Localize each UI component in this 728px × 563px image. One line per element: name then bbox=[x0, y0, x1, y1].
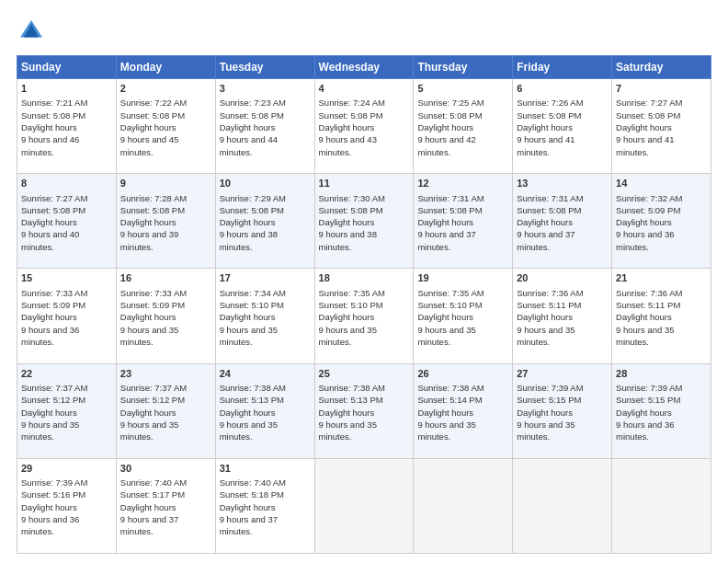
col-header-monday: Monday bbox=[116, 56, 215, 79]
day-number: 23 bbox=[120, 367, 211, 381]
day-number: 4 bbox=[319, 82, 410, 96]
calendar-cell: 10Sunrise: 7:29 AMSunset: 5:08 PMDayligh… bbox=[215, 174, 314, 269]
day-number: 6 bbox=[517, 82, 608, 96]
day-number: 1 bbox=[21, 82, 112, 96]
calendar-cell: 5Sunrise: 7:25 AMSunset: 5:08 PMDaylight… bbox=[414, 79, 513, 174]
day-number: 12 bbox=[417, 177, 508, 190]
day-number: 20 bbox=[517, 271, 608, 285]
calendar-cell bbox=[513, 458, 612, 553]
col-header-thursday: Thursday bbox=[414, 56, 513, 79]
calendar-header-row: SundayMondayTuesdayWednesdayThursdayFrid… bbox=[17, 56, 711, 79]
calendar-cell: 19Sunrise: 7:35 AMSunset: 5:10 PMDayligh… bbox=[414, 269, 513, 363]
calendar-cell: 8Sunrise: 7:27 AMSunset: 5:08 PMDaylight… bbox=[17, 174, 117, 269]
calendar-cell: 30Sunrise: 7:40 AMSunset: 5:17 PMDayligh… bbox=[116, 458, 215, 553]
day-number: 26 bbox=[417, 367, 508, 381]
day-number: 27 bbox=[517, 367, 608, 381]
week-row-4: 22Sunrise: 7:37 AMSunset: 5:12 PMDayligh… bbox=[17, 363, 711, 458]
calendar-cell: 22Sunrise: 7:37 AMSunset: 5:12 PMDayligh… bbox=[17, 363, 117, 458]
col-header-wednesday: Wednesday bbox=[314, 56, 414, 79]
calendar-cell: 24Sunrise: 7:38 AMSunset: 5:13 PMDayligh… bbox=[215, 363, 314, 458]
day-number: 14 bbox=[616, 177, 707, 190]
calendar-cell bbox=[314, 458, 414, 553]
calendar-cell: 31Sunrise: 7:40 AMSunset: 5:18 PMDayligh… bbox=[215, 458, 314, 553]
col-header-tuesday: Tuesday bbox=[215, 56, 314, 79]
calendar-cell: 3Sunrise: 7:23 AMSunset: 5:08 PMDaylight… bbox=[215, 79, 314, 174]
day-number: 2 bbox=[120, 82, 211, 96]
day-number: 25 bbox=[319, 367, 410, 381]
calendar-cell: 4Sunrise: 7:24 AMSunset: 5:08 PMDaylight… bbox=[314, 79, 414, 174]
calendar-table: SundayMondayTuesdayWednesdayThursdayFrid… bbox=[17, 55, 711, 554]
calendar-cell: 26Sunrise: 7:38 AMSunset: 5:14 PMDayligh… bbox=[414, 363, 513, 458]
day-number: 21 bbox=[616, 271, 707, 285]
day-number: 9 bbox=[120, 177, 211, 190]
calendar-cell: 17Sunrise: 7:34 AMSunset: 5:10 PMDayligh… bbox=[215, 269, 314, 363]
day-number: 19 bbox=[417, 271, 508, 285]
day-number: 31 bbox=[220, 462, 311, 476]
calendar-cell: 23Sunrise: 7:37 AMSunset: 5:12 PMDayligh… bbox=[116, 363, 215, 458]
day-number: 17 bbox=[220, 271, 311, 285]
logo bbox=[17, 17, 50, 46]
calendar-cell: 7Sunrise: 7:27 AMSunset: 5:08 PMDaylight… bbox=[612, 79, 711, 174]
calendar-cell: 20Sunrise: 7:36 AMSunset: 5:11 PMDayligh… bbox=[513, 269, 612, 363]
day-number: 28 bbox=[616, 367, 707, 381]
week-row-1: 1Sunrise: 7:21 AMSunset: 5:08 PMDaylight… bbox=[17, 79, 711, 174]
calendar-cell: 29Sunrise: 7:39 AMSunset: 5:16 PMDayligh… bbox=[17, 458, 117, 553]
day-number: 15 bbox=[21, 271, 112, 285]
calendar-cell: 1Sunrise: 7:21 AMSunset: 5:08 PMDaylight… bbox=[17, 79, 117, 174]
calendar-cell: 12Sunrise: 7:31 AMSunset: 5:08 PMDayligh… bbox=[414, 174, 513, 269]
week-row-2: 8Sunrise: 7:27 AMSunset: 5:08 PMDaylight… bbox=[17, 174, 711, 269]
day-number: 8 bbox=[21, 177, 112, 190]
day-number: 10 bbox=[220, 177, 311, 190]
calendar-cell: 28Sunrise: 7:39 AMSunset: 5:15 PMDayligh… bbox=[612, 363, 711, 458]
col-header-sunday: Sunday bbox=[17, 56, 117, 79]
day-number: 22 bbox=[21, 367, 112, 381]
calendar-cell: 13Sunrise: 7:31 AMSunset: 5:08 PMDayligh… bbox=[513, 174, 612, 269]
day-number: 30 bbox=[120, 462, 211, 476]
day-number: 24 bbox=[220, 367, 311, 381]
day-number: 7 bbox=[616, 82, 707, 96]
day-number: 18 bbox=[319, 271, 410, 285]
day-number: 5 bbox=[417, 82, 508, 96]
calendar-cell: 18Sunrise: 7:35 AMSunset: 5:10 PMDayligh… bbox=[314, 269, 414, 363]
calendar-cell: 14Sunrise: 7:32 AMSunset: 5:09 PMDayligh… bbox=[612, 174, 711, 269]
col-header-friday: Friday bbox=[513, 56, 612, 79]
calendar-cell: 16Sunrise: 7:33 AMSunset: 5:09 PMDayligh… bbox=[116, 269, 215, 363]
calendar-cell: 25Sunrise: 7:38 AMSunset: 5:13 PMDayligh… bbox=[314, 363, 414, 458]
day-number: 16 bbox=[120, 271, 211, 285]
day-number: 13 bbox=[517, 177, 608, 190]
calendar-cell: 11Sunrise: 7:30 AMSunset: 5:08 PMDayligh… bbox=[314, 174, 414, 269]
page: SundayMondayTuesdayWednesdayThursdayFrid… bbox=[0, 0, 728, 563]
calendar-cell: 6Sunrise: 7:26 AMSunset: 5:08 PMDaylight… bbox=[513, 79, 612, 174]
col-header-saturday: Saturday bbox=[612, 56, 711, 79]
week-row-3: 15Sunrise: 7:33 AMSunset: 5:09 PMDayligh… bbox=[17, 269, 711, 363]
calendar-cell: 27Sunrise: 7:39 AMSunset: 5:15 PMDayligh… bbox=[513, 363, 612, 458]
day-number: 11 bbox=[319, 177, 410, 190]
week-row-5: 29Sunrise: 7:39 AMSunset: 5:16 PMDayligh… bbox=[17, 458, 711, 553]
calendar-cell: 9Sunrise: 7:28 AMSunset: 5:08 PMDaylight… bbox=[116, 174, 215, 269]
calendar-cell bbox=[612, 458, 711, 553]
calendar-cell bbox=[414, 458, 513, 553]
day-number: 29 bbox=[21, 462, 112, 476]
logo-icon bbox=[17, 17, 46, 46]
calendar-cell: 15Sunrise: 7:33 AMSunset: 5:09 PMDayligh… bbox=[17, 269, 117, 363]
day-number: 3 bbox=[220, 82, 311, 96]
header bbox=[17, 17, 711, 46]
calendar-cell: 21Sunrise: 7:36 AMSunset: 5:11 PMDayligh… bbox=[612, 269, 711, 363]
calendar-cell: 2Sunrise: 7:22 AMSunset: 5:08 PMDaylight… bbox=[116, 79, 215, 174]
